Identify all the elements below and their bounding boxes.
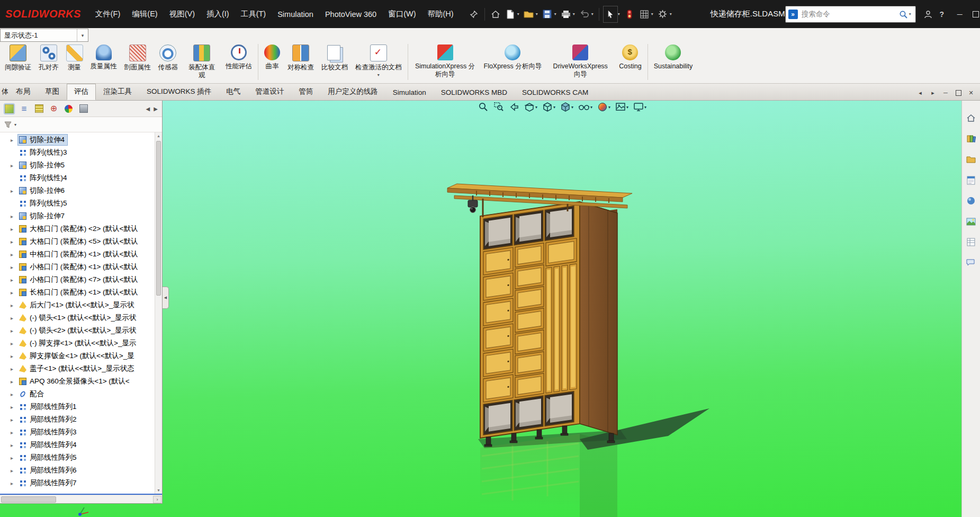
filter-funnel-icon[interactable] [4,121,12,129]
tab-piping[interactable]: 管道设计 [248,84,291,100]
tab-solidworks-addins[interactable]: SOLIDWORKS 插件 [139,84,219,100]
panel-prev-icon[interactable]: ◀ [146,106,150,112]
tab-simulation[interactable]: Simulation [385,85,434,100]
expander-icon[interactable]: ▸ [8,213,15,219]
search-dropdown-icon[interactable]: ▾ [909,12,911,16]
print-button[interactable] [559,6,573,22]
undo-button[interactable] [578,6,591,22]
view-orientation-dropdown-icon[interactable]: ▾ [553,105,555,110]
next-tab-icon[interactable]: ▸ [927,87,939,98]
tree-horizontal-scrollbar[interactable]: › [0,495,162,503]
costing-button[interactable]: Costing [615,42,645,82]
tab-solidworks-cam[interactable]: SOLIDWORKS CAM [515,85,596,100]
edit-appearance-dropdown-icon[interactable]: ▾ [608,105,610,110]
section-view-dropdown-icon[interactable]: ▾ [535,105,537,110]
menu-item-photoview[interactable]: PhotoView 360 [319,0,382,28]
expander-icon[interactable]: ▸ [8,252,15,257]
expander-icon[interactable]: ▸ [8,341,15,346]
select-tool-dropdown-icon[interactable]: ▾ [618,12,620,16]
check-active-document-button[interactable]: 检查激活的文档▾ [352,42,406,82]
appearances-icon[interactable] [965,194,977,207]
new-document-dropdown-icon[interactable]: ▾ [517,12,519,16]
tree-item[interactable]: ▸局部线性阵列5 [0,451,162,464]
tab-user-defined-routes[interactable]: 用户定义的线路 [320,84,385,100]
help-icon[interactable]: ? [935,6,949,22]
tab-layout[interactable]: 布局 [8,84,38,100]
expander-icon[interactable]: ▸ [8,404,15,410]
expander-icon[interactable]: ▸ [8,226,15,232]
display-state-dropdown[interactable]: 显示状态-1 ▾ [0,29,88,42]
search-input[interactable] [801,10,896,19]
performance-evaluation-button[interactable]: 性能评估 [222,42,256,82]
section-view-icon[interactable]: ▾ [524,102,537,112]
horizontal-scroll-thumb[interactable] [1,496,56,503]
save-button[interactable] [541,6,554,22]
expander-icon[interactable]: ▸ [8,239,15,245]
expander-icon[interactable]: ▸ [8,468,15,474]
expander-icon[interactable]: ▸ [8,277,15,283]
expander-icon[interactable]: ▸ [8,430,15,435]
vertical-scroll-thumb[interactable] [156,141,161,296]
display-style-dropdown-icon[interactable]: ▾ [571,105,573,110]
menu-item-tools[interactable]: 工具(T) [235,0,272,28]
rebuild-button[interactable] [623,6,636,22]
doc-close-button[interactable]: ✕ [965,87,977,98]
tree-item[interactable]: ▸切除-拉伸6 [0,184,162,197]
options-gear-button[interactable] [656,6,670,22]
doc-minimize-button[interactable]: ─ [940,87,951,98]
tree-item[interactable]: ▸脚支撑钣金<1> (默认<<默认>_显 [0,350,162,362]
tree-item[interactable]: ▸中格口门 (装配体) <1> (默认<默认 [0,248,162,261]
property-manager-tab[interactable]: ≡ [19,104,29,114]
scroll-right-icon[interactable]: › [153,496,161,503]
expander-icon[interactable]: ▸ [8,163,15,168]
apply-scene-dropdown-icon[interactable]: ▾ [626,105,628,110]
menu-item-window[interactable]: 窗口(W) [382,0,421,28]
menu-item-help[interactable]: 帮助(H) [422,0,460,28]
menu-item-simulation[interactable]: Simulation [272,0,319,28]
tab-render-tools[interactable]: 渲染工具 [96,84,139,100]
symmetry-check-button[interactable]: 对称检查 [284,42,318,82]
previous-view-icon[interactable] [509,102,519,112]
expander-icon[interactable]: ▸ [8,391,15,397]
expander-icon[interactable]: ▸ [8,315,15,321]
tree-item[interactable]: ▸切除-拉伸7 [0,210,162,222]
menu-item-insert[interactable]: 插入(I) [201,0,235,28]
edit-appearance-icon[interactable]: ▾ [597,102,610,112]
custom-properties-icon[interactable] [965,236,977,248]
expander-icon[interactable]: ▸ [8,379,15,385]
simulationxpress-button[interactable]: SimulationXpress 分析向导 [410,42,480,82]
floxpress-button[interactable]: FloXpress 分析向导 [480,42,546,82]
expander-icon[interactable]: ▸ [8,137,15,143]
tab-electrical[interactable]: 电气 [219,84,248,100]
tree-item[interactable]: 阵列(线性)3 [0,146,162,159]
tree-item[interactable]: ▸局部线性阵列4 [0,439,162,451]
tree-item[interactable]: ▸局部线性阵列2 [0,413,162,426]
view-orientation-icon[interactable]: ▾ [542,102,555,112]
tree-item[interactable]: 阵列(线性)5 [0,197,162,210]
home-button[interactable] [489,6,502,22]
zoom-to-area-icon[interactable] [493,102,504,112]
tree-item[interactable]: ▸切除-拉伸5 [0,159,162,172]
expander-icon[interactable]: ▸ [8,188,15,194]
tree-item[interactable]: ▸大格口门 (装配体) <5> (默认<默认 [0,235,162,248]
panel-collapse-handle[interactable]: ◀ [163,287,169,309]
tree-item[interactable]: ▸小格口门 (装配体) <1> (默认<默认 [0,261,162,273]
expander-icon[interactable]: ▸ [8,366,15,372]
configuration-manager-tab[interactable] [34,104,44,114]
tree-item[interactable]: ▸后大门<1> (默认<<默认>_显示状 [0,299,162,311]
minimize-button[interactable]: ─ [952,0,968,28]
table-grid-dropdown-icon[interactable]: ▾ [651,12,653,16]
previous-tab-icon[interactable]: ◂ [914,87,926,98]
user-account-icon[interactable] [921,6,935,22]
panel-next-icon[interactable]: ▶ [154,106,158,112]
menu-item-file[interactable]: 文件(F) [89,0,127,28]
tree-item[interactable]: ▸(-) 锁头<1> (默认<<默认>_显示状 [0,311,162,324]
tree-item[interactable]: ▸(-) 锁头<2> (默认<<默认>_显示状 [0,324,162,337]
restore-button[interactable] [968,0,980,28]
tree-item[interactable]: ▸局部线性阵列6 [0,464,162,477]
tree-item[interactable]: ▸大格口门 (装配体) <2> (默认<默认 [0,222,162,235]
hide-show-items-icon[interactable]: ▾ [578,102,592,112]
dimxpert-manager-tab[interactable]: ⊕ [49,104,59,114]
expander-icon[interactable]: ▸ [8,417,15,423]
expander-icon[interactable]: ▸ [8,442,15,448]
